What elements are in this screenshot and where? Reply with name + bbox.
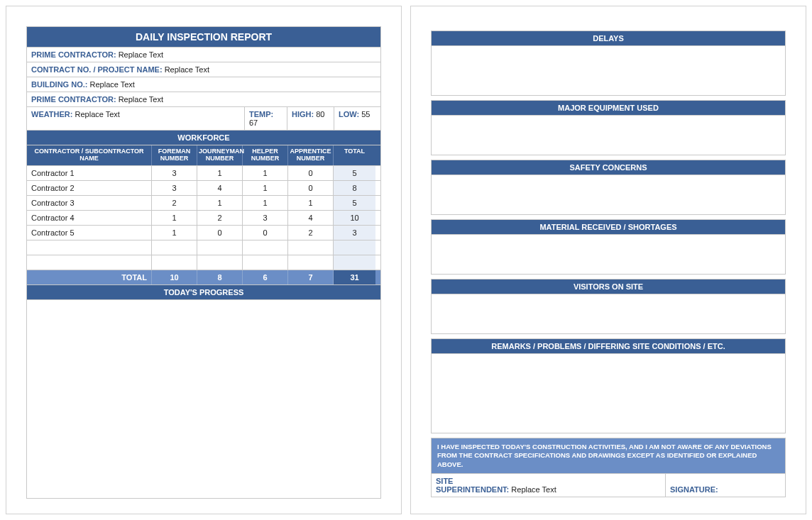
visitors-box[interactable] — [431, 294, 786, 334]
table-row: Contractor 321115 — [26, 196, 381, 211]
workforce-total-row: TOTAL 10 8 6 7 31 — [26, 270, 381, 285]
cell-name[interactable]: Contractor 4 — [27, 211, 152, 225]
cell-helper[interactable]: 1 — [243, 196, 288, 210]
table-row: Contractor 4123410 — [26, 211, 381, 226]
label: PRIME CONTRACTOR: — [31, 50, 116, 59]
cell-helper[interactable]: 0 — [243, 226, 288, 240]
value[interactable]: Replace Text — [119, 50, 163, 59]
cell-foreman[interactable]: 3 — [152, 166, 197, 180]
cell-journeyman[interactable]: 0 — [197, 226, 243, 240]
cell-helper[interactable]: 3 — [243, 211, 288, 225]
page-2: DELAYS MAJOR EQUIPMENT USED SAFETY CONCE… — [410, 6, 806, 514]
cell-name[interactable]: Contractor 1 — [27, 166, 152, 180]
workforce-blank-2 — [26, 255, 381, 270]
workforce-body: Contractor 131105Contractor 234108Contra… — [26, 166, 381, 240]
cell-total: 8 — [334, 181, 375, 195]
delays-box[interactable] — [431, 46, 786, 96]
table-row: Contractor 234108 — [26, 181, 381, 196]
cell-foreman[interactable]: 1 — [152, 226, 197, 240]
field-prime-contractor: PRIME CONTRACTOR: Replace Text — [26, 48, 381, 62]
workforce-header-row: CONTRACTOR / SUBCONTRACTOR NAME FOREMAN … — [26, 145, 381, 166]
cell-name[interactable]: Contractor 2 — [27, 181, 152, 195]
cell-total: 10 — [334, 211, 375, 225]
cell-helper[interactable]: 1 — [243, 181, 288, 195]
certification-text: I HAVE INSPECTED TODAY'S CONSTRUCTION AC… — [431, 438, 786, 474]
report-title: DAILY INSPECTION REPORT — [26, 26, 381, 48]
page-1: DAILY INSPECTION REPORT PRIME CONTRACTOR… — [6, 6, 402, 514]
cell-journeyman[interactable]: 1 — [197, 196, 243, 210]
cell-journeyman[interactable]: 1 — [197, 166, 243, 180]
visitors-heading: VISITORS ON SITE — [431, 279, 786, 294]
field-contract-no: CONTRACT NO. / PROJECT NAME: Replace Tex… — [26, 62, 381, 77]
cell-apprentice[interactable]: 0 — [288, 166, 334, 180]
field-building-no: BUILDING NO.: Replace Text — [26, 77, 381, 92]
cell-journeyman[interactable]: 4 — [197, 181, 243, 195]
cell-total: 5 — [334, 166, 375, 180]
material-heading: MATERIAL RECEIVED / SHORTAGES — [431, 219, 786, 235]
remarks-heading: REMARKS / PROBLEMS / DIFFERING SITE COND… — [431, 338, 786, 354]
cell-apprentice[interactable]: 4 — [288, 211, 334, 225]
field-prime-contractor-2: PRIME CONTRACTOR: Replace Text — [26, 92, 381, 107]
delays-heading: DELAYS — [431, 31, 786, 46]
table-row: Contractor 131105 — [26, 166, 381, 181]
cell-foreman[interactable]: 2 — [152, 196, 197, 210]
cell-name[interactable]: Contractor 5 — [27, 226, 152, 240]
equipment-box[interactable] — [431, 116, 786, 155]
cell-total: 5 — [334, 196, 375, 210]
table-row: Contractor 510023 — [26, 226, 381, 240]
remarks-box[interactable] — [431, 354, 786, 433]
workforce-blank-1 — [26, 240, 381, 255]
cell-foreman[interactable]: 1 — [152, 211, 197, 225]
progress-box[interactable] — [26, 300, 381, 499]
cell-helper[interactable]: 1 — [243, 166, 288, 180]
safety-box[interactable] — [431, 175, 786, 215]
workforce-heading: WORKFORCE — [26, 131, 381, 145]
cell-total: 3 — [334, 226, 375, 240]
material-box[interactable] — [431, 235, 786, 275]
signature-row: SITE SUPERINTENDENT: Replace Text SIGNAT… — [431, 474, 786, 497]
cell-journeyman[interactable]: 2 — [197, 211, 243, 225]
cell-foreman[interactable]: 3 — [152, 181, 197, 195]
field-weather: WEATHER: Replace Text TEMP: 67 HIGH: 80 … — [26, 107, 381, 131]
cell-apprentice[interactable]: 0 — [288, 181, 334, 195]
cell-apprentice[interactable]: 1 — [288, 196, 334, 210]
equipment-heading: MAJOR EQUIPMENT USED — [431, 100, 786, 116]
cell-apprentice[interactable]: 2 — [288, 226, 334, 240]
progress-heading: TODAY'S PROGRESS — [26, 285, 381, 300]
safety-heading: SAFETY CONCERNS — [431, 160, 786, 175]
cell-name[interactable]: Contractor 3 — [27, 196, 152, 210]
